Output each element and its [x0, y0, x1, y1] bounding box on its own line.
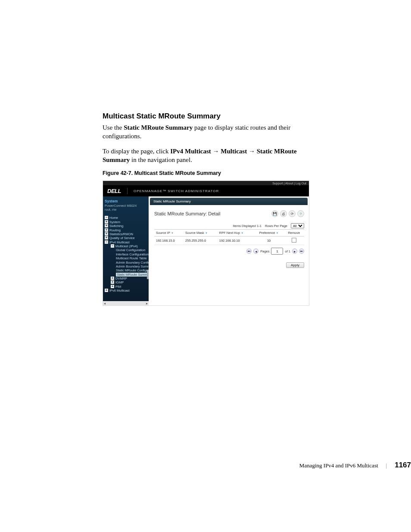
page-footer: Managing IPv4 and IPv6 Multicast | 1167 — [0, 461, 411, 470]
rows-per-page-label: Rows Per Page — [265, 224, 287, 228]
cell-rpf-next-hop: 192.168.10.10 — [218, 236, 254, 245]
sort-icon: ▼ — [171, 232, 174, 234]
sidebar-item[interactable]: IPv6 Multicast — [105, 289, 149, 292]
sidebar-item[interactable]: PIM — [105, 285, 149, 289]
hscroll-right-icon[interactable]: ▸ — [146, 302, 148, 305]
cell-preference: 10 — [254, 236, 283, 245]
sidebar-item[interactable]: Switching — [105, 224, 149, 228]
sidebar-item-label: PIM — [115, 285, 121, 289]
sidebar-item[interactable]: DVMRP — [105, 277, 149, 280]
col-source-ip[interactable]: Source IP ▼ — [154, 230, 184, 236]
app-sidebar: System PowerConnect M8024 root, r/w Home… — [103, 196, 149, 301]
help-icon[interactable]: ? — [297, 210, 304, 217]
pager-of-label: of 1 — [285, 249, 290, 253]
expand-icon[interactable] — [105, 236, 108, 240]
sidebar-item-label: DVMRP — [115, 277, 127, 280]
text: in the navigation panel. — [130, 156, 192, 163]
sidebar-system-model: PowerConnect M8024 — [105, 204, 149, 208]
footer-chapter: Managing IPv4 and IPv6 Multicast — [299, 462, 378, 469]
refresh-icon[interactable]: ⟳ — [289, 210, 296, 217]
sidebar-item-label: Admin Boundary Configuration — [116, 261, 149, 264]
sidebar-item-label: Statistics/RMON — [109, 232, 133, 236]
embedded-app-screenshot: Support | About | Log Out DELL OPENMANAG… — [103, 180, 309, 306]
footer-page-number: 1167 — [395, 461, 411, 470]
sidebar-system-title: System — [105, 199, 149, 204]
app-topbar: Support | About | Log Out — [103, 181, 309, 185]
sidebar-item[interactable]: Static MRoute Configuration — [105, 268, 149, 272]
sidebar-item-label: Multicast (IPv4) — [115, 244, 138, 248]
sidebar-item[interactable]: Admin Boundary Configuration — [105, 261, 149, 264]
link-logout[interactable]: Log Out — [296, 182, 306, 185]
col-source-mask[interactable]: Source Mask ▼ — [184, 230, 218, 236]
sidebar-item[interactable]: Quality of Service — [105, 236, 149, 240]
footer-divider: | — [386, 462, 387, 469]
expand-icon[interactable] — [111, 285, 114, 288]
apply-button[interactable]: Apply — [286, 262, 304, 268]
expand-icon[interactable] — [105, 228, 108, 232]
items-displayed: Items Displayed 1-1 — [233, 224, 262, 228]
link-about[interactable]: About — [285, 182, 293, 185]
sidebar-item[interactable]: Admin Boundary Summary — [105, 264, 149, 268]
link-support[interactable]: Support — [272, 182, 283, 185]
sidebar-item[interactable]: Multicast Route Table — [105, 256, 149, 260]
sort-icon: ▼ — [276, 232, 278, 234]
term-static-mroute-summary: Static MRoute Summary — [124, 124, 193, 131]
save-icon[interactable]: 💾 — [271, 210, 278, 217]
rows-per-page-select[interactable]: All — [291, 223, 304, 228]
sidebar-item[interactable]: IGMP — [105, 280, 149, 284]
app-content: Static MRoute Summary Static MRoute Summ… — [149, 196, 309, 301]
panel: Static MRoute Summary: Detail 💾 🖨 ⟳ ? It… — [150, 206, 308, 300]
sidebar-item-label: Multicast Route Table — [116, 256, 147, 260]
pager-prev-icon[interactable]: ◀ — [253, 249, 258, 254]
sidebar-item[interactable]: Static MRoute Summary — [105, 273, 149, 277]
sidebar-item[interactable]: Routing — [105, 228, 149, 232]
col-rpf-next-hop[interactable]: RPF Next Hop ▼ — [218, 230, 254, 236]
panel-actions: 💾 🖨 ⟳ ? — [271, 210, 304, 217]
sidebar-item-label: Quality of Service — [109, 236, 135, 240]
text: Use the — [103, 124, 124, 131]
collapse-icon[interactable] — [105, 216, 108, 219]
sidebar-item-label: Switching — [109, 224, 123, 228]
remove-checkbox[interactable] — [292, 238, 296, 243]
sidebar-item[interactable]: Statistics/RMON — [105, 232, 149, 236]
cell-source-ip: 192.168.15.0 — [154, 236, 184, 245]
hscroll-left-icon[interactable]: ◂ — [104, 302, 106, 305]
sort-icon: ▼ — [241, 232, 243, 234]
sidebar-item[interactable]: System — [105, 220, 149, 224]
sidebar-hscroll[interactable]: ◂ ▸ — [103, 301, 149, 305]
pager-current-input[interactable] — [271, 248, 283, 255]
sidebar-item[interactable]: IPv4 Multicast — [105, 240, 149, 244]
sidebar-item[interactable]: Multicast (IPv4) — [105, 244, 149, 248]
expand-icon[interactable] — [105, 232, 108, 236]
app-brandbar: DELL OPENMANAGE™ SWITCH ADMINISTRATOR — [103, 185, 309, 196]
expand-icon[interactable] — [111, 277, 114, 280]
pager-first-icon[interactable]: ⏮ — [246, 249, 252, 254]
dell-logo: DELL — [107, 188, 128, 194]
expand-icon[interactable] — [111, 280, 114, 284]
sidebar-vscroll-handle[interactable] — [147, 270, 149, 279]
pager-pages-label: Pages — [260, 249, 269, 253]
arrow-icon: → — [211, 148, 221, 155]
breadcrumb: Static MRoute Summary — [150, 198, 308, 205]
sort-icon: ▼ — [205, 232, 208, 234]
nav-multicast: Multicast — [221, 148, 247, 155]
panel-title: Static MRoute Summary: Detail — [154, 211, 220, 216]
sidebar-item-label: Interface Configuration — [116, 252, 149, 256]
sidebar-item[interactable]: Global Configuration — [105, 248, 149, 252]
sidebar-item-label: System — [109, 220, 120, 224]
col-preference[interactable]: Preference ▼ — [254, 230, 283, 236]
sidebar-item[interactable]: Home — [105, 216, 149, 220]
expand-icon[interactable] — [105, 289, 108, 292]
pager-next-icon[interactable]: ▶ — [292, 249, 297, 254]
pager-last-icon[interactable]: ⏭ — [299, 249, 304, 254]
sidebar-item[interactable]: Interface Configuration — [105, 252, 149, 256]
expand-icon[interactable] — [105, 224, 108, 227]
text: To display the page, click — [103, 148, 170, 155]
sidebar-item-label: Static MRoute Summary — [116, 273, 149, 277]
nav-ipv4-multicast: IPv4 Multicast — [170, 148, 211, 155]
collapse-icon[interactable] — [105, 240, 108, 244]
collapse-icon[interactable] — [111, 244, 114, 248]
sidebar-item-label: Static MRoute Configuration — [116, 268, 149, 272]
expand-icon[interactable] — [105, 220, 108, 224]
print-icon[interactable]: 🖨 — [280, 210, 287, 217]
